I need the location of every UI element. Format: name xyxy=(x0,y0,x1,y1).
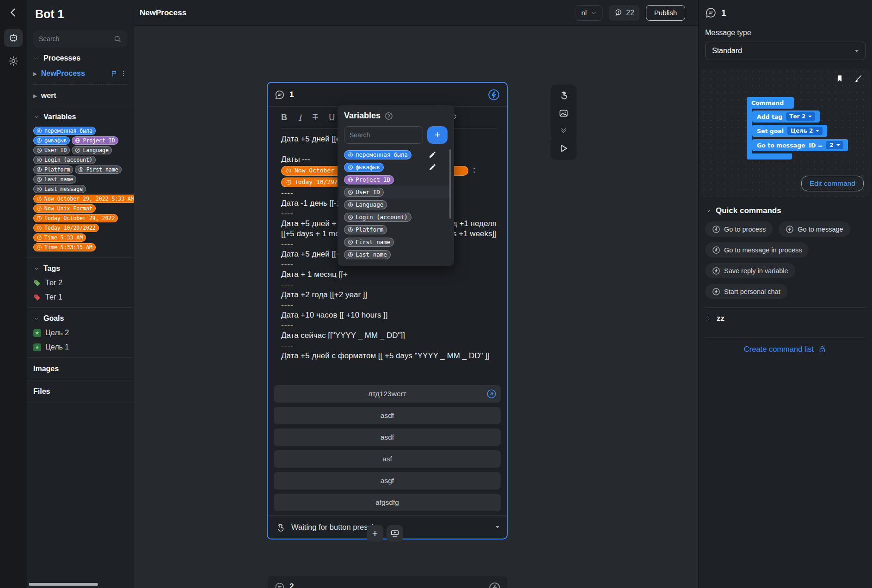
test-play-button[interactable] xyxy=(551,137,577,160)
variable-chip[interactable]: First name xyxy=(75,165,121,174)
tag-item[interactable]: Тег 1 xyxy=(33,293,127,301)
sidebar-scrollbar[interactable] xyxy=(29,583,98,586)
popup-variable-row[interactable]: User ID xyxy=(340,186,451,198)
kebab-menu-icon[interactable] xyxy=(120,70,127,77)
publish-button[interactable]: Publish xyxy=(646,5,685,21)
variable-chip[interactable]: Today October 29, 2022 xyxy=(33,214,118,222)
bots-nav-button[interactable] xyxy=(4,29,23,47)
sidebar-item-wert[interactable]: ▶ wert xyxy=(33,92,127,100)
popup-variable-row[interactable]: First name xyxy=(344,236,448,248)
variable-chip[interactable]: Last name xyxy=(344,250,391,259)
reply-button[interactable]: asdf xyxy=(274,429,501,446)
underline-button[interactable]: U xyxy=(329,113,335,122)
popup-variable-row[interactable]: Language xyxy=(344,198,448,211)
variable-chip[interactable]: переменная была xyxy=(33,127,96,135)
goals-section-header[interactable]: Goals xyxy=(33,314,127,323)
quick-command-go-to-message-in-process[interactable]: Go to message in process xyxy=(705,242,809,257)
strikethrough-button[interactable]: T xyxy=(313,113,318,122)
goto-message-block[interactable]: Go to message ID = 2 xyxy=(752,139,848,151)
variable-chip[interactable]: Project ID xyxy=(72,136,118,145)
node-header[interactable]: 1 xyxy=(268,83,507,107)
flag-icon[interactable] xyxy=(111,70,118,77)
language-select[interactable]: nl xyxy=(576,5,602,21)
message-node-2[interactable]: 2 xyxy=(267,576,508,588)
tags-section-header[interactable]: Tags xyxy=(33,264,127,273)
edit-pencil-icon[interactable] xyxy=(429,151,436,159)
quick-command-start-personal-chat[interactable]: Start personal chat xyxy=(705,284,787,299)
double-chevron-down-icon[interactable] xyxy=(559,126,568,135)
back-button[interactable] xyxy=(7,6,19,18)
popup-search-input[interactable] xyxy=(344,126,423,144)
popup-variable-row[interactable]: Project ID xyxy=(344,173,448,186)
reply-button[interactable]: asgf xyxy=(274,472,501,490)
goal-item[interactable]: ★ Цель 2 xyxy=(33,329,127,337)
variable-chip[interactable]: User ID xyxy=(33,146,70,154)
files-section-header[interactable]: Files xyxy=(27,380,134,403)
command-preview[interactable]: Command Add tag Тег 2 Set goal Цель 2 Go… xyxy=(700,68,870,197)
variable-chip[interactable]: Platform xyxy=(344,225,387,234)
lightning-icon[interactable] xyxy=(489,582,501,588)
button-press-icon[interactable] xyxy=(559,90,569,100)
help-icon[interactable] xyxy=(385,112,393,120)
add-variable-button[interactable]: + xyxy=(427,126,448,144)
goal-item[interactable]: ★ Цель 1 xyxy=(33,343,127,351)
processes-section-header[interactable]: Processes xyxy=(33,54,127,62)
variable-chip[interactable]: Today 10/29/2022 xyxy=(33,224,99,232)
message-id-dropdown[interactable]: 2 xyxy=(826,141,843,149)
command-block[interactable]: Command xyxy=(747,97,794,109)
reply-button[interactable]: afgsdfg xyxy=(274,494,501,511)
command-group-zz[interactable]: zz xyxy=(705,308,866,329)
edit-pencil-icon[interactable] xyxy=(429,163,436,171)
bold-button[interactable]: B xyxy=(281,113,287,122)
variable-chip[interactable]: фывафыв xyxy=(344,163,384,172)
quick-commands-header[interactable]: Quick commands xyxy=(705,206,866,215)
quick-command-go-to-process[interactable]: Go to process xyxy=(705,221,773,237)
variable-chip[interactable]: Time 5:33 AM xyxy=(33,233,86,242)
variable-chip[interactable]: Login (account) xyxy=(33,156,96,164)
add-keyboard-button[interactable] xyxy=(387,525,403,542)
popup-variable-row[interactable]: Last name xyxy=(344,248,448,261)
variable-chip[interactable]: Platform xyxy=(33,165,73,174)
variable-chip[interactable]: Last name xyxy=(33,175,76,184)
variable-chip[interactable]: Login (account) xyxy=(344,213,411,222)
variable-chip[interactable]: First name xyxy=(344,238,394,247)
sidebar-search[interactable] xyxy=(33,30,127,48)
images-section-header[interactable]: Images xyxy=(27,358,134,380)
tag-dropdown[interactable]: Тег 2 xyxy=(786,112,815,121)
goto-arrow-icon[interactable] xyxy=(486,389,497,399)
sidebar-search-input[interactable] xyxy=(39,35,113,43)
variable-chip[interactable]: Now Unix Format xyxy=(33,204,96,213)
quick-command-go-to-message[interactable]: Go to message xyxy=(779,221,850,237)
variable-chip[interactable]: фывафыв xyxy=(33,136,70,145)
variable-chip[interactable]: User ID xyxy=(344,188,384,197)
variable-chip[interactable]: переменная была xyxy=(344,150,411,159)
warnings-badge[interactable]: 22 xyxy=(609,5,639,21)
reply-button[interactable]: asdf xyxy=(274,407,501,424)
popup-variable-row[interactable]: Platform xyxy=(344,223,448,236)
reply-button[interactable]: лтд123werт xyxy=(274,385,501,403)
set-goal-block[interactable]: Set goal Цель 2 xyxy=(752,125,827,137)
brush-icon[interactable] xyxy=(853,74,863,84)
popup-variable-row[interactable]: фывафыв xyxy=(344,161,448,173)
expand-triangle-icon[interactable]: ▶ xyxy=(33,71,37,76)
message-type-select[interactable]: Standard xyxy=(705,42,866,60)
add-node-button[interactable]: + xyxy=(367,525,383,542)
expand-triangle-icon[interactable]: ▶ xyxy=(33,93,37,98)
tag-item[interactable]: Тег 2 xyxy=(33,279,127,287)
edit-command-button[interactable]: Edit command xyxy=(801,176,864,191)
variable-chip[interactable]: Language xyxy=(344,200,387,209)
variable-chip[interactable]: Last message xyxy=(33,185,86,193)
chevron-down-icon[interactable] xyxy=(496,526,499,528)
create-command-list-link[interactable]: Create command list xyxy=(705,345,866,354)
italic-button[interactable]: I xyxy=(298,113,301,122)
add-tag-block[interactable]: Add tag Тег 2 xyxy=(752,110,820,122)
flow-canvas[interactable]: NewProcess nl 22 Publish 1 B xyxy=(134,0,698,588)
variable-chip[interactable]: Language xyxy=(72,146,111,154)
settings-nav-button[interactable] xyxy=(8,55,19,67)
lightning-icon[interactable] xyxy=(488,89,500,101)
variables-section-header[interactable]: Variables xyxy=(33,113,127,121)
goal-dropdown[interactable]: Цель 2 xyxy=(787,127,823,135)
variable-chip[interactable]: Now October 29, 2022 5:33 AM xyxy=(33,195,134,203)
popup-variable-row[interactable]: Login (account) xyxy=(344,211,448,223)
quick-command-save-reply-in-variable[interactable]: Save reply in variable xyxy=(705,263,795,278)
